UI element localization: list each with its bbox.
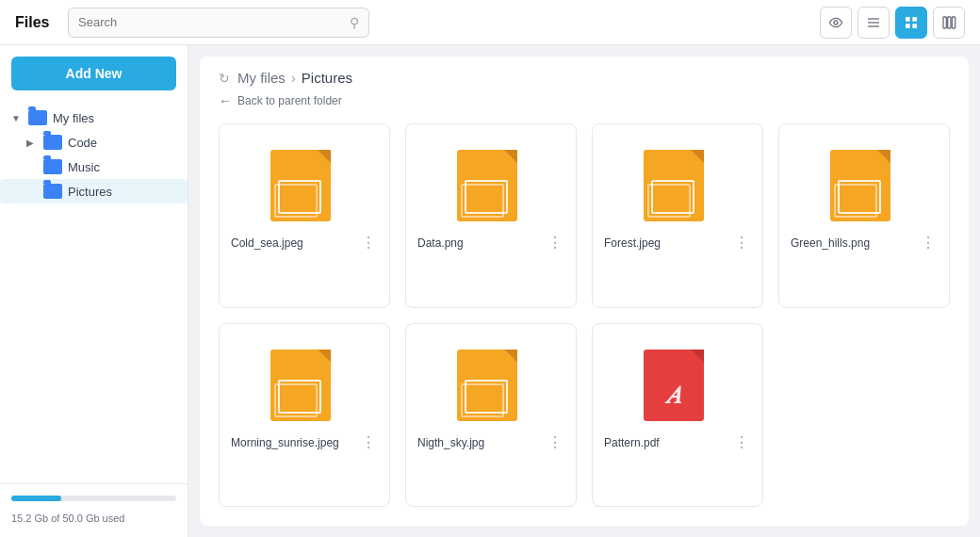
file-name: Pattern.pdf <box>604 436 732 449</box>
preview-button[interactable] <box>820 7 852 39</box>
main: Add New ▼ My files ▶ Code Music <box>0 45 980 537</box>
file-icon-wrap <box>826 139 902 224</box>
search-input[interactable] <box>78 15 350 29</box>
svg-rect-7 <box>912 24 917 28</box>
file-icon-wrap <box>267 139 342 224</box>
folder-icon <box>43 184 62 199</box>
file-card[interactable]: Data.png ⋮ <box>405 123 577 308</box>
sidebar-item-my-files[interactable]: ▼ My files <box>0 106 188 130</box>
svg-rect-8 <box>943 17 946 28</box>
refresh-icon[interactable]: ↻ <box>219 71 230 86</box>
sidebar-item-label: My files <box>53 111 94 125</box>
breadcrumb: My files › Pictures <box>237 70 352 86</box>
sidebar-tree: ▼ My files ▶ Code Music Pictures <box>0 106 188 483</box>
breadcrumb-separator: › <box>291 70 296 86</box>
back-label: Back to parent folder <box>237 94 342 107</box>
file-icon-image <box>270 142 338 221</box>
svg-rect-5 <box>912 17 917 22</box>
file-name: Morning_sunrise.jpeg <box>231 436 359 449</box>
file-name-row: Nigth_sky.jpg ⋮ <box>417 433 564 452</box>
back-arrow-icon: ← <box>219 93 232 108</box>
file-icon-image <box>270 342 338 421</box>
breadcrumb-parent[interactable]: My files <box>237 70 286 86</box>
sidebar-item-code[interactable]: ▶ Code <box>0 130 188 155</box>
file-name-row: Cold_sea.jpeg ⋮ <box>231 234 378 252</box>
file-icon-image <box>830 142 898 221</box>
storage-text: 15.2 Gb of 50.0 Gb used <box>11 513 124 524</box>
sidebar-item-label: Pictures <box>68 185 112 199</box>
chevron-right-icon: ▶ <box>26 138 38 148</box>
storage-bar-background <box>11 496 176 501</box>
file-more-button[interactable]: ⋮ <box>732 433 751 452</box>
svg-rect-10 <box>952 17 955 28</box>
svg-rect-9 <box>948 17 951 28</box>
file-card[interactable]: Green_hills.png ⋮ <box>778 123 950 308</box>
columns-view-button[interactable] <box>933 7 965 39</box>
file-icon-image <box>457 142 525 221</box>
search-bar[interactable]: ⚲ <box>68 8 369 38</box>
file-card[interactable]: Morning_sunrise.jpeg ⋮ <box>219 323 390 508</box>
file-name: Cold_sea.jpeg <box>231 236 359 250</box>
file-more-button[interactable]: ⋮ <box>732 234 751 252</box>
file-name-row: Pattern.pdf ⋮ <box>604 433 751 452</box>
file-more-button[interactable]: ⋮ <box>919 234 938 252</box>
file-name-row: Forest.jpeg ⋮ <box>604 234 751 252</box>
topbar: Files ⚲ <box>0 0 980 45</box>
sidebar-item-label: Music <box>68 160 100 174</box>
view-actions <box>820 7 965 39</box>
file-more-button[interactable]: ⋮ <box>359 433 378 452</box>
svg-point-0 <box>834 21 838 24</box>
file-icon-wrap <box>640 139 715 224</box>
file-card[interactable]: Cold_sea.jpeg ⋮ <box>219 123 390 308</box>
search-icon: ⚲ <box>350 15 359 30</box>
file-more-button[interactable]: ⋮ <box>546 433 564 452</box>
file-icon-wrap <box>453 139 529 224</box>
file-icon-wrap: 𝐴 <box>640 339 715 424</box>
file-card[interactable]: 𝐴 Pattern.pdf ⋮ <box>592 323 763 508</box>
file-card[interactable]: Forest.jpeg ⋮ <box>592 123 763 308</box>
sidebar-item-music[interactable]: Music <box>0 155 188 179</box>
file-name-row: Green_hills.png ⋮ <box>791 234 938 252</box>
file-name-row: Data.png ⋮ <box>417 234 564 252</box>
file-icon-wrap <box>267 339 342 424</box>
file-icon-wrap <box>453 339 529 424</box>
sidebar-item-pictures[interactable]: Pictures <box>0 179 188 203</box>
app-logo: Files <box>15 14 53 31</box>
breadcrumb-current: Pictures <box>302 70 352 86</box>
back-link[interactable]: ← Back to parent folder <box>200 86 969 116</box>
sidebar: Add New ▼ My files ▶ Code Music <box>0 45 188 537</box>
chevron-down-icon: ▼ <box>11 113 23 123</box>
content-area: ↻ My files › Pictures ← Back to parent f… <box>200 57 969 526</box>
file-card[interactable]: Nigth_sky.jpg ⋮ <box>405 323 577 508</box>
sidebar-footer: 15.2 Gb of 50.0 Gb used <box>0 483 188 537</box>
file-name: Nigth_sky.jpg <box>417 436 546 449</box>
content-header: ↻ My files › Pictures <box>200 57 969 86</box>
grid-view-button[interactable] <box>895 7 927 39</box>
file-name: Data.png <box>417 236 546 250</box>
file-icon-image <box>644 142 711 221</box>
folder-icon <box>43 159 62 174</box>
folder-icon <box>43 135 62 150</box>
file-more-button[interactable]: ⋮ <box>359 234 378 252</box>
folder-icon <box>28 110 47 125</box>
list-view-button[interactable] <box>858 7 890 39</box>
files-grid: Cold_sea.jpeg ⋮ Data.png ⋮ <box>200 116 969 526</box>
file-icon-pdf: 𝐴 <box>644 342 711 421</box>
file-name-row: Morning_sunrise.jpeg ⋮ <box>231 433 378 452</box>
svg-rect-6 <box>906 24 910 28</box>
file-icon-image <box>457 342 525 421</box>
file-name: Forest.jpeg <box>604 236 732 250</box>
svg-rect-4 <box>906 17 910 22</box>
sidebar-item-label: Code <box>68 136 97 150</box>
file-more-button[interactable]: ⋮ <box>546 234 564 252</box>
file-name: Green_hills.png <box>791 236 919 250</box>
storage-bar-fill <box>11 496 61 501</box>
add-new-button[interactable]: Add New <box>11 57 176 90</box>
